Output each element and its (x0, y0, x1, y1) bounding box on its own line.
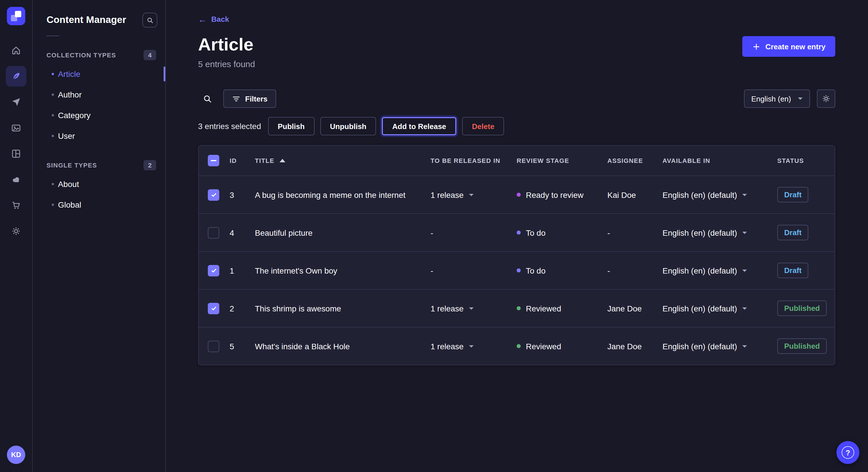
select-all-checkbox[interactable] (208, 155, 219, 166)
nav-rail: KD (0, 0, 33, 472)
delete-button[interactable]: Delete (462, 117, 504, 135)
chevron-down-icon (469, 307, 473, 309)
cell-id: 3 (225, 190, 250, 199)
sidebar-item-label: Global (58, 200, 81, 209)
collection-types-count-badge: 4 (144, 50, 156, 60)
row-checkbox[interactable] (208, 227, 219, 238)
table-row[interactable]: 2 This shrimp is awesome 1 release Revie… (198, 289, 835, 327)
row-checkbox[interactable] (208, 265, 219, 276)
sidebar-item-label: Author (58, 90, 82, 99)
chevron-down-icon (742, 269, 747, 272)
cell-review-stage: To do (512, 266, 603, 275)
cell-available-in-dropdown[interactable]: English (en) (default) (658, 190, 773, 199)
sidebar-item-author[interactable]: Author (33, 84, 165, 105)
publish-button[interactable]: Publish (268, 117, 314, 135)
cell-title: The internet's Own boy (250, 266, 426, 275)
search-button[interactable] (198, 90, 216, 108)
media-library-icon[interactable] (6, 117, 26, 138)
sidebar-item-user[interactable]: User (33, 126, 165, 146)
cloud-deploy-icon[interactable] (6, 169, 26, 190)
cell-available-in-dropdown[interactable]: English (en) (default) (658, 266, 773, 275)
back-arrow-icon: ← (198, 15, 207, 24)
app-root: KD Content Manager COLLECTION TYPES 4 Ar… (0, 0, 868, 472)
plus-icon (752, 42, 761, 51)
column-header-id[interactable]: ID (225, 157, 250, 164)
cell-available-in-dropdown[interactable]: English (en) (default) (658, 341, 773, 351)
cell-id: 5 (225, 341, 250, 351)
bullet-icon (52, 135, 54, 137)
chevron-down-icon (798, 98, 803, 100)
releases-icon[interactable] (6, 92, 26, 112)
content-manager-icon[interactable] (6, 66, 26, 87)
unpublish-button[interactable]: Unpublish (320, 117, 376, 135)
row-checkbox[interactable] (208, 340, 219, 352)
table-row[interactable]: 5 What's inside a Black Hole 1 release R… (198, 327, 835, 365)
add-to-release-button[interactable]: Add to Release (382, 117, 456, 135)
cell-release-dropdown[interactable]: 1 release (426, 304, 512, 313)
table-header-row: ID TITLE TO BE RELEASED IN REVIEW STAGE … (198, 146, 835, 175)
sidebar-item-label: Category (58, 111, 91, 120)
back-link[interactable]: ← Back (198, 15, 229, 24)
cell-available-in-dropdown[interactable]: English (en) (default) (658, 228, 773, 237)
status-badge: Draft (777, 187, 809, 202)
sidebar-item-about[interactable]: About (33, 174, 165, 194)
content-type-builder-icon[interactable] (6, 143, 26, 164)
row-checkbox[interactable] (208, 189, 219, 200)
status-badge: Published (777, 301, 827, 316)
column-header-release: TO BE RELEASED IN (426, 157, 512, 164)
status-badge: Published (777, 338, 827, 354)
content-manager-sidebar: Content Manager COLLECTION TYPES 4 Artic… (33, 0, 166, 472)
cell-review-stage: Ready to review (512, 190, 603, 199)
sidebar-divider (46, 36, 59, 36)
cell-release-dropdown[interactable]: - (426, 228, 512, 237)
status-badge: Draft (777, 225, 809, 240)
cell-review-stage: Reviewed (512, 341, 603, 351)
filters-button[interactable]: Filters (223, 90, 276, 108)
sidebar-title: Content Manager (46, 14, 126, 26)
cell-release-dropdown[interactable]: 1 release (426, 341, 512, 351)
table-row[interactable]: 1 The internet's Own boy - To do - Engli… (198, 251, 835, 289)
cell-release-dropdown[interactable]: 1 release (426, 190, 512, 199)
cell-id: 2 (225, 304, 250, 313)
sort-ascending-icon (280, 159, 285, 162)
settings-gear-icon[interactable] (6, 221, 26, 241)
table-row[interactable]: 3 A bug is becoming a meme on the intern… (198, 175, 835, 213)
sidebar-item-label: Article (58, 69, 81, 78)
home-icon[interactable] (6, 40, 26, 61)
chevron-down-icon (742, 194, 747, 196)
bullet-icon (52, 94, 54, 96)
sidebar-search-button[interactable] (143, 12, 157, 28)
cell-status: Published (773, 338, 835, 354)
help-button[interactable]: ? (836, 441, 859, 464)
page-title: Article (198, 34, 255, 56)
question-mark-icon: ? (842, 446, 854, 459)
status-badge: Draft (777, 263, 809, 278)
column-header-title[interactable]: TITLE (250, 157, 426, 164)
entries-table: ID TITLE TO BE RELEASED IN REVIEW STAGE … (198, 145, 835, 365)
sidebar-item-article[interactable]: Article (33, 64, 165, 84)
sidebar-item-global[interactable]: Global (33, 194, 165, 215)
entries-count: 5 entries found (198, 59, 255, 69)
create-new-entry-button[interactable]: Create new entry (742, 36, 835, 57)
cell-title: What's inside a Black Hole (250, 341, 426, 351)
cell-available-in-dropdown[interactable]: English (en) (default) (658, 304, 773, 313)
strapi-logo[interactable] (7, 7, 25, 25)
view-settings-button[interactable] (817, 90, 835, 108)
main-content: ← Back Article 5 entries found Create ne… (166, 0, 868, 472)
cell-assignee: - (603, 228, 658, 237)
row-checkbox[interactable] (208, 303, 219, 314)
stage-dot-icon (517, 268, 521, 272)
locale-select[interactable]: English (en) (744, 90, 810, 108)
cell-assignee: Kai Doe (603, 190, 658, 199)
cell-review-stage: Reviewed (512, 304, 603, 313)
marketplace-cart-icon[interactable] (6, 195, 26, 216)
stage-dot-icon (517, 344, 521, 348)
rail-icon-nav (6, 40, 26, 241)
cell-release-dropdown[interactable]: - (426, 266, 512, 275)
single-types-label: SINGLE TYPES (46, 162, 97, 169)
user-avatar[interactable]: KD (7, 446, 25, 464)
single-types-count-badge: 2 (144, 160, 156, 170)
sidebar-item-category[interactable]: Category (33, 105, 165, 126)
table-row[interactable]: 4 Beautiful picture - To do - English (e… (198, 213, 835, 251)
cell-id: 1 (225, 266, 250, 275)
